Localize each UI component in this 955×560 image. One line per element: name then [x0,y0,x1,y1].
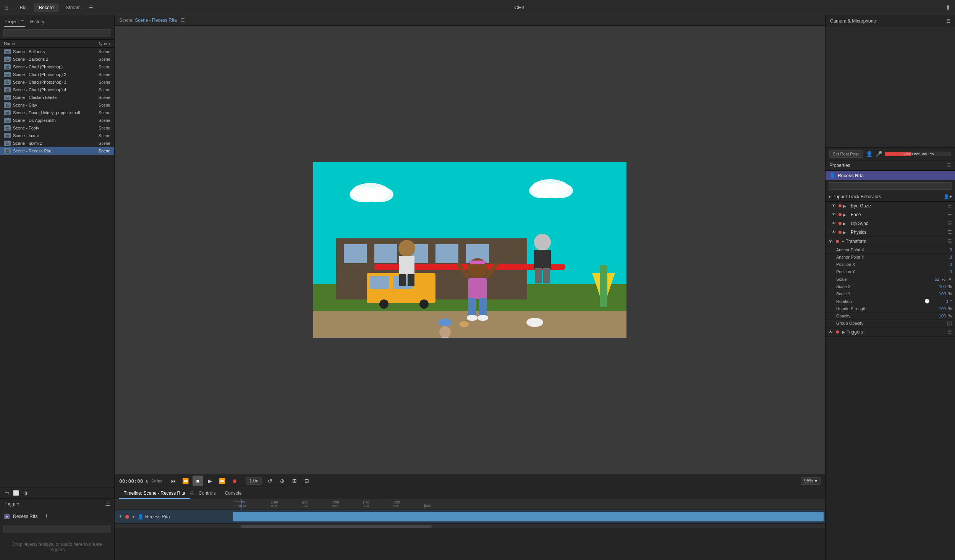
trigger-add-button[interactable]: + [41,511,53,522]
properties-menu-icon[interactable]: ☰ [947,163,951,168]
step-back-button[interactable]: ⏪ [180,476,191,486]
rotation-value[interactable]: 0 [933,299,948,304]
camera-person-icon[interactable]: 👤 [866,151,872,157]
zoom-dropdown-icon[interactable]: ▾ [815,478,817,484]
playhead-indicator[interactable] [241,499,241,510]
handle-strength-value[interactable]: 100 [931,306,946,311]
camera-menu-icon[interactable]: ☰ [946,18,950,24]
behaviors-add-icon[interactable]: 👤+ [944,194,952,199]
scene-name-link[interactable]: Scene - Recess Rita [135,18,176,23]
group-opacity-checkbox[interactable] [947,321,952,325]
anchor-point-y-value[interactable]: 0 [937,255,952,259]
timeline-scrollbar[interactable] [115,524,825,528]
svg-rect-11 [370,276,389,289]
triggers-menu-icon[interactable]: ☰ [105,501,110,507]
list-item[interactable]: 🎬 Scene - Chicken Blaster Scene [0,94,114,101]
item-name: Scene - Chad (Photoshop) 3 [13,80,87,84]
eye-gaze-expand-icon[interactable]: ▶ [843,204,848,208]
position-x-value[interactable]: 0 [937,262,952,267]
nav-tab-stream[interactable]: Stream [60,3,86,12]
scene-header-menu-icon[interactable]: ☰ [181,18,185,23]
track-clip[interactable] [233,512,824,521]
list-item[interactable]: 🎬 Scene - Balloons 2 Scene [0,55,114,63]
overlay-icon[interactable]: ⊕ [277,476,288,486]
project-search-input[interactable] [3,29,111,37]
list-item[interactable]: 🎬 Scene - Chad (Photoshop) Scene [0,63,114,71]
scale-reset-icon[interactable]: ✕ [949,277,952,282]
behaviors-collapse-icon[interactable]: ▾ [829,194,831,199]
lip-sync-menu-icon[interactable]: ☰ [948,221,952,226]
export-icon[interactable]: ⬆ [945,4,950,11]
tab-timeline[interactable]: Timeline: Scene - Recess Rita [119,488,190,499]
track-expand-button[interactable]: ▾ [131,514,136,520]
tab-history[interactable]: History [29,18,45,27]
physics-menu-icon[interactable]: ☰ [948,230,952,235]
list-item-selected[interactable]: 🎬 Scene - Recess Rita Scene [0,147,114,155]
face-menu-icon[interactable]: ☰ [948,212,952,217]
list-item[interactable]: 🎬 Scene - Chad (Photoshop) 4 Scene [0,86,114,94]
tab-console[interactable]: Console [220,488,246,499]
trigger-search-input[interactable] [3,525,111,532]
microphone-icon[interactable]: 🎤 [876,151,882,157]
step-forward-button[interactable]: ⏩ [217,476,228,486]
triggers-bottom-visibility-icon[interactable]: 👁 [829,330,833,334]
list-item[interactable]: 🎬 Scene - Clay Scene [0,101,114,109]
home-icon[interactable]: ⌂ [5,4,8,11]
opacity-value[interactable]: 100 [931,314,946,318]
properties-search-input[interactable] [829,182,952,190]
lip-sync-expand-icon[interactable]: ▶ [843,222,848,226]
skip-to-start-button[interactable]: ⏮ [168,476,179,486]
timeline-tab-menu-icon[interactable]: ☰ [190,491,194,496]
list-item[interactable]: 🎬 Scene - Chad (Photoshop) 2 Scene [0,71,114,78]
scale-value[interactable]: 52 [924,277,939,282]
tab-project[interactable]: Project ☰ [4,18,25,27]
trigger-item[interactable]: ☻ Recess Rita + [0,509,114,523]
list-item[interactable]: 🎬 Scene - Iaxmi Scene [0,132,114,139]
list-item[interactable]: 🎬 Scene - Dave_Helmly_puppet-small Scene [0,109,114,117]
track-visibility-button[interactable]: 👁 [118,514,124,520]
add-scene-icon[interactable]: ▭ [3,489,11,497]
transform-menu-icon[interactable]: ☰ [948,239,952,244]
nav-tab-rig[interactable]: Rig [15,3,32,12]
list-item[interactable]: 🎬 Scene - Iaxmi 2 Scene [0,139,114,147]
position-y-value[interactable]: 0 [937,269,952,274]
list-item[interactable]: 🎬 Scene - Dr. Applesmith Scene [0,117,114,124]
scale-x-value[interactable]: 100 [931,284,946,289]
timeline-scroll-thumb[interactable] [241,525,432,528]
transform-collapse-icon[interactable]: ▾ [842,239,844,244]
fullscreen-icon[interactable]: ⊟ [301,476,312,486]
list-item[interactable]: 🎬 Scene - Balloons Scene [0,48,114,55]
nav-tab-record[interactable]: Record [34,3,59,12]
tab-controls[interactable]: Controls [194,488,220,499]
item-type: Scene [87,65,110,69]
physics-expand-icon[interactable]: ▶ [843,230,848,235]
scale-y-value[interactable]: 100 [931,291,946,296]
rotation-clock-icon[interactable]: 🕐 [924,299,930,304]
scene-icon: 🎬 [4,102,11,108]
list-item[interactable]: 🎬 Scene - Chad (Photoshop) 3 Scene [0,78,114,86]
record-button[interactable]: ⏺ [229,476,240,486]
eye-gaze-visibility-icon[interactable]: 👁 [832,203,837,209]
hamburger-menu-icon[interactable]: ☰ [89,5,93,10]
zoom-display[interactable]: 95% ▾ [801,477,821,485]
triggers-bottom-menu-icon[interactable]: ☰ [948,329,952,335]
speed-display[interactable]: 1.0x [246,477,262,485]
physics-visibility-icon[interactable]: 👁 [832,230,837,235]
anchor-point-x-value[interactable]: 0 [937,248,952,252]
add-other-icon[interactable]: ◑ [21,489,29,497]
loop-icon[interactable]: ↺ [265,476,275,486]
triggers-bottom-expand-icon[interactable]: ▶ [842,330,845,335]
transform-visibility-icon[interactable]: 👁 [829,239,833,244]
grid-icon[interactable]: ⊞ [289,476,300,486]
eye-gaze-menu-icon[interactable]: ☰ [948,203,952,209]
lip-sync-visibility-icon[interactable]: 👁 [832,221,837,226]
list-item[interactable]: 🎬 Scene - Footy Scene [0,124,114,132]
svg-point-17 [398,240,415,257]
scene-icon: 🎬 [4,148,11,154]
add-asset-icon[interactable]: ⬜ [12,489,20,497]
face-expand-icon[interactable]: ▶ [843,213,848,217]
face-visibility-icon[interactable]: 👁 [832,212,837,217]
stop-button[interactable]: ■ [193,476,203,486]
play-button[interactable]: ▶ [205,476,215,486]
set-rest-pose-button[interactable]: Set Rest Pose [829,150,863,158]
